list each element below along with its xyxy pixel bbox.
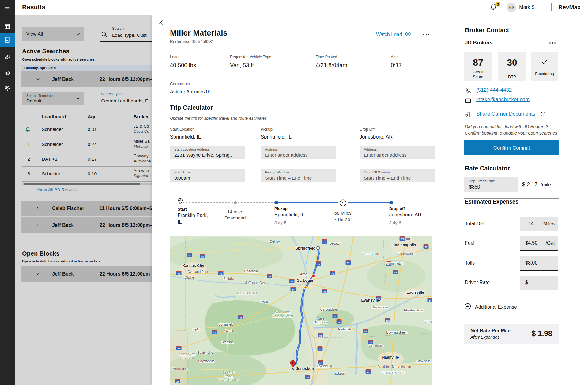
data-table-icon[interactable]: [0, 20, 15, 33]
app-rail: [0, 0, 15, 385]
chevron-down-icon: [75, 31, 81, 38]
route-duration: ~1hr 20: [334, 217, 350, 222]
scrollbar-thumb[interactable]: [24, 183, 140, 185]
pickup-address-field[interactable]: Address Enter street address: [261, 146, 336, 159]
info-icon[interactable]: [540, 111, 546, 118]
cell-age: 0:10: [88, 171, 97, 177]
close-icon[interactable]: [157, 18, 165, 26]
search-results-icon[interactable]: [0, 33, 15, 47]
trip-gross-rate-field[interactable]: Trip Gross Rate $850: [464, 177, 518, 192]
svg-text:40: 40: [176, 381, 179, 383]
map-label: Rolla: [261, 300, 268, 304]
svg-text:57: 57: [347, 262, 349, 264]
table-row[interactable]: 3 Schneider 0:10 ArrowheSignature: [22, 167, 152, 181]
avatar[interactable]: MS: [507, 3, 516, 12]
chevron-right-icon[interactable]: [35, 222, 40, 229]
map-label: Greenwood: [398, 252, 414, 256]
map-label: Louisville: [406, 290, 424, 295]
stat-label: Facotoring: [535, 71, 554, 76]
notifications-bell-icon[interactable]: 3: [489, 3, 499, 12]
results-panel: View All Search Load Type, Cust Active S…: [15, 15, 152, 385]
map-label: Kansas City: [182, 264, 204, 268]
additional-expense-button[interactable]: Additional Expense: [464, 303, 517, 311]
watch-eye-icon[interactable]: [0, 66, 15, 80]
watch-load-button[interactable]: Watch Load: [376, 31, 411, 39]
svg-text:35: 35: [201, 256, 204, 258]
field-label: Drop Off Window: [364, 170, 390, 174]
confirm-commit-button[interactable]: Confirm Commit: [464, 140, 559, 155]
schedule-block-collapsed[interactable]: Jeff Beck 22 Hours 6/5 12:00pm–6: [21, 217, 152, 233]
route-map[interactable]: 7274707070707055555555575769696564646464…: [170, 236, 432, 385]
tolls-field[interactable]: $8.00: [520, 256, 558, 271]
interstate-shield-icon: 69: [363, 329, 368, 333]
alert-bell-icon[interactable]: [24, 126, 31, 134]
cell-broker: Miller Sa: [134, 139, 150, 143]
svg-text:64: 64: [291, 280, 293, 283]
net-rate-panel: Net Rate Per Mile After Expenses $ 1.98: [464, 324, 559, 344]
analytics-search-icon[interactable]: [0, 50, 15, 64]
map-label: Elizabethtown: [404, 308, 424, 312]
field-label: Address: [364, 147, 377, 151]
map-label: Quincy: [270, 240, 280, 243]
map-label: National Forest: [272, 314, 293, 318]
pickup-window-field[interactable]: Pickup Window Start Time – End Time: [261, 169, 336, 182]
svg-text:55: 55: [319, 335, 322, 337]
map-label: Fayetteville: [198, 359, 214, 363]
share-carrier-documents-link[interactable]: Share Carrier Documents: [476, 111, 535, 117]
field-unit: Miles: [543, 221, 555, 227]
total-dh-field[interactable]: 14 Miles: [520, 217, 558, 231]
chevron-right-icon[interactable]: [35, 205, 40, 212]
deadhead-distance: 14 mile: [227, 209, 242, 214]
interstate-shield-icon: 70: [267, 274, 272, 278]
table-row[interactable]: 2 DAT +1 0:17 ConwayAutoZone: [22, 152, 152, 167]
svg-text:24: 24: [369, 341, 372, 344]
date-header: Tuesday, April 25th: [21, 65, 152, 71]
table-row[interactable]: 1 Schneider 0:24 Miller SaMohawk: [22, 137, 152, 152]
cell-broker: JD & Co: [134, 124, 149, 128]
cell-broker-sub: AutoZone: [134, 159, 151, 163]
search-template-dropdown[interactable]: Search Template Default: [22, 92, 84, 105]
table-row[interactable]: Schneider 0:01 JD & CoCoca-Co: [22, 122, 152, 137]
broker-overflow-menu-icon[interactable]: [549, 42, 556, 44]
dropoff-address-field[interactable]: Address Enter street address: [360, 146, 435, 159]
credit-score-value: 87: [464, 57, 492, 68]
map-label: Branson: [221, 340, 233, 344]
map-label: KENTUCKY: [424, 320, 432, 324]
interstate-shield-icon: 72: [322, 239, 327, 244]
stat-label: Credit: [473, 70, 484, 74]
chevron-right-icon[interactable]: [35, 271, 40, 278]
start-pin-icon: [178, 198, 183, 206]
dropoff-window-field[interactable]: Drop Off Window Start Time – End Time: [360, 169, 435, 182]
field-value: 9:00am: [174, 175, 190, 181]
search-input[interactable]: Load Type, Cust: [112, 32, 147, 38]
cell-age: 0:17: [88, 156, 97, 162]
start-time-field[interactable]: Start Time 9:00am: [170, 169, 245, 182]
view-all-results-link[interactable]: View All 36 Results: [37, 187, 77, 192]
interstate-shield-icon: 44: [176, 346, 182, 350]
overflow-menu-icon[interactable]: [423, 34, 429, 35]
hamburger-menu-icon[interactable]: [0, 1, 15, 14]
svg-text:24: 24: [338, 321, 340, 323]
interstate-shield-icon: 55: [318, 333, 323, 337]
map-label: Jackson: [333, 372, 345, 375]
start-address-field[interactable]: Start Location Address 2231 Wayne Drive,…: [170, 146, 245, 159]
broker-email-link[interactable]: intake@abcbroker.com: [476, 97, 530, 103]
svg-text:65: 65: [394, 272, 397, 274]
chevron-down-icon[interactable]: [35, 76, 41, 84]
fuel-field[interactable]: $4.50 /Gal: [520, 236, 558, 251]
schedule-block-collapsed[interactable]: Caleb Fischer 11 Hours 6/5 6:00am–6/: [21, 201, 152, 217]
schedule-block-expanded[interactable]: Jeff Beck 22 Hours 6/5 12:00pm–6: [21, 71, 152, 87]
driver-rate-field[interactable]: $ –: [520, 276, 558, 290]
pickup-label: Pickup: [261, 127, 273, 132]
search-icon: [100, 31, 108, 39]
field-label: Trip Gross Rate: [469, 179, 495, 183]
watch-load-label[interactable]: Watch Load: [376, 32, 402, 37]
view-filter-dropdown[interactable]: View All: [22, 27, 84, 41]
open-block-row[interactable]: Jeff Beck 22 Hours 6/5 12:00pm–6: [21, 266, 152, 282]
map-label: Paducah: [338, 327, 351, 331]
horizontal-scrollbar[interactable]: [22, 183, 152, 185]
settings-gear-icon[interactable]: [0, 82, 15, 95]
timeline-pickup-label: Pickup: [274, 206, 288, 211]
timeline-start-label: Start: [178, 207, 187, 212]
broker-phone-link[interactable]: (512) 444-4432: [476, 87, 512, 93]
